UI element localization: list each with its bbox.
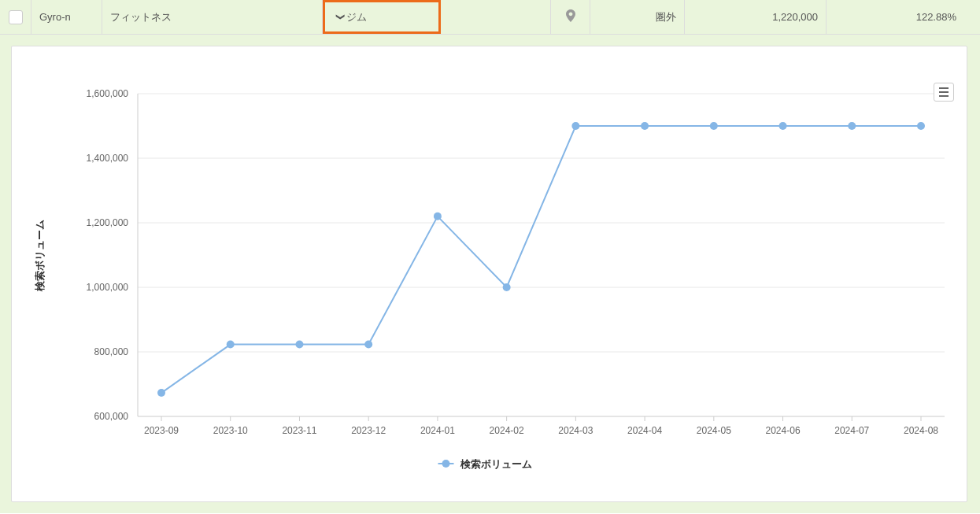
chevron-down-icon: ❮ [335,13,344,20]
svg-text:2024-01: 2024-01 [420,425,455,436]
row-checkbox[interactable] [9,10,23,24]
svg-point-43 [503,283,511,291]
data-row: Gyro-n フィットネス ❮ ジム 圏外 1,220,000 122.88% [0,0,980,35]
svg-text:検索ボリューム: 検索ボリューム [34,220,46,292]
chart-svg: 600,000800,0001,000,0001,200,0001,400,00… [12,46,967,502]
svg-text:2023-11: 2023-11 [282,425,316,436]
svg-text:2024-05: 2024-05 [697,425,731,436]
cell-percent-value: 122.88% [916,11,956,23]
cell-volume-value: 1,220,000 [772,11,818,23]
svg-text:検索ボリューム: 検索ボリューム [460,458,532,470]
svg-text:1,400,000: 1,400,000 [87,153,129,164]
cell-rank: 圏外 [590,0,685,34]
cell-keyword: ❮ ジム [323,0,551,34]
svg-point-51 [442,460,450,468]
svg-point-45 [641,122,649,130]
svg-text:1,000,000: 1,000,000 [87,282,129,293]
svg-point-46 [710,122,718,130]
chart-panel-wrap: 600,000800,0001,000,0001,200,0001,400,00… [0,35,980,513]
chart-menu-button[interactable] [934,83,954,102]
pin-icon [565,9,576,24]
row-checkbox-cell [0,0,31,34]
svg-point-39 [227,341,235,349]
svg-text:2023-09: 2023-09 [144,425,179,436]
svg-text:800,000: 800,000 [94,346,129,357]
svg-point-44 [571,122,579,130]
cell-location [551,0,590,34]
cell-name-value: Gyro-n [39,11,71,23]
svg-point-42 [434,213,442,220]
svg-point-48 [848,122,856,130]
svg-point-40 [295,341,303,349]
cell-name: Gyro-n [31,0,102,34]
svg-text:2024-04: 2024-04 [627,425,662,436]
svg-text:2024-03: 2024-03 [558,425,593,436]
svg-text:2024-06: 2024-06 [766,425,801,436]
svg-text:600,000: 600,000 [94,411,129,422]
svg-text:2024-07: 2024-07 [834,425,869,436]
cell-percent: 122.88% [827,0,980,34]
keyword-toggle[interactable]: ❮ ジム [323,0,441,34]
cell-group-value: フィットネス [110,10,172,24]
svg-point-47 [779,122,787,130]
svg-text:2023-10: 2023-10 [213,425,248,436]
svg-text:2023-12: 2023-12 [351,425,386,436]
keyword-value: ジム [346,10,367,24]
chart-card: 600,000800,0001,000,0001,200,0001,400,00… [11,46,967,502]
svg-text:2024-08: 2024-08 [904,425,938,436]
cell-rank-value: 圏外 [656,10,676,24]
cell-group: フィットネス [102,0,323,34]
cell-volume: 1,220,000 [685,0,827,34]
svg-point-49 [917,122,925,130]
svg-point-38 [157,389,165,397]
svg-text:1,600,000: 1,600,000 [87,88,129,99]
svg-text:2024-02: 2024-02 [490,425,524,436]
svg-text:1,200,000: 1,200,000 [87,217,129,228]
svg-point-41 [364,341,372,349]
